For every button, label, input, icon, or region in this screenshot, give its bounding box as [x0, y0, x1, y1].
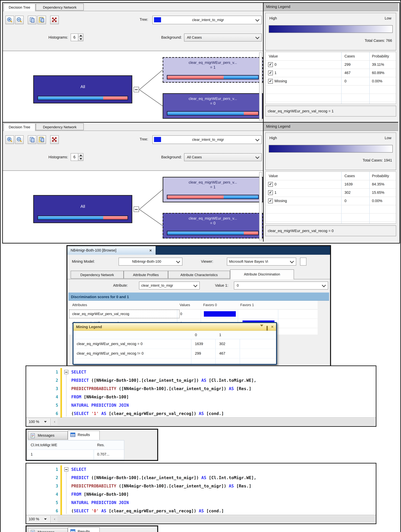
- tab-dependency-network[interactable]: Dependency Network: [36, 4, 84, 11]
- popup-row-1[interactable]: clear_eq_migrWEur_pers_val_recog != 0 29…: [73, 348, 276, 358]
- tree-canvas: All clear_eq_migrWEur_pers_v... = 1 clea…: [3, 51, 263, 122]
- copy-graph-button[interactable]: [28, 16, 36, 24]
- zoom-dropdown-icon[interactable]: [44, 518, 47, 520]
- refresh-button-clipped[interactable]: [300, 258, 306, 266]
- zoom-in-button[interactable]: [6, 135, 14, 144]
- legend-row-1[interactable]: ✓ 1 302 15.65%: [265, 188, 396, 197]
- col-value: Value: [269, 52, 278, 60]
- zoom-in-button[interactable]: [6, 16, 14, 24]
- tree-node-all[interactable]: All: [33, 195, 132, 223]
- value-label: 1: [274, 188, 277, 197]
- background-dropdown[interactable]: All Cases: [184, 153, 262, 161]
- zoom-dropdown-icon[interactable]: [44, 421, 47, 423]
- value1-value: 0: [237, 282, 239, 289]
- tab-messages[interactable]: Messages: [28, 528, 68, 532]
- histogram-segment-blue: [168, 231, 244, 234]
- scroll-left-icon[interactable]: ‹: [52, 516, 58, 523]
- tab-results[interactable]: Results: [68, 527, 100, 532]
- legend-row-missing[interactable]: ✓ Missing 0 0.00%: [265, 77, 396, 86]
- attribute-dropdown[interactable]: clear_intent_to_migr: [139, 282, 200, 290]
- close-icon[interactable]: ×: [149, 246, 152, 255]
- dmx-query-editor-2[interactable]: 1SELECT2PREDICT ([NN4migr-Both-100].[cle…: [26, 463, 376, 524]
- zoom-out-button[interactable]: [15, 16, 24, 24]
- node-collapse-toggle[interactable]: [134, 87, 139, 92]
- legend-row-1[interactable]: ✓ 1 467 60.89%: [265, 69, 396, 77]
- sql-code-line: 6(SELECT '1' AS [clear_eq_migrWEur_pers_…: [26, 410, 375, 418]
- copy-graph-button[interactable]: [28, 135, 36, 144]
- legend-row-0[interactable]: ✓ 0 299 39.11%: [265, 60, 396, 69]
- legend-row-missing[interactable]: ✓ Missing 0 0.00%: [265, 197, 396, 205]
- probability-value: 84.35%: [372, 180, 384, 188]
- popup-title-bar[interactable]: Mining Legend ×: [73, 323, 276, 331]
- histogram-segment-red: [244, 231, 258, 234]
- tab-decision-tree[interactable]: Decision Tree: [4, 123, 35, 131]
- checkbox-checked[interactable]: ✓: [268, 79, 273, 84]
- results-data-row[interactable]: 1 0.707...: [27, 450, 124, 459]
- popup-row-0[interactable]: clear_eq_migrWEur_pers_val_recog = 0 163…: [73, 339, 276, 349]
- arrow-down-icon: [80, 158, 82, 160]
- tree-node-eq-1[interactable]: clear_eq_migrWEur_pers_v... = 1: [163, 177, 263, 202]
- tab-decision-tree[interactable]: Decision Tree: [4, 4, 35, 11]
- stepper-down-button[interactable]: [78, 157, 83, 161]
- tree-node-eq-0[interactable]: clear_eq_migrWEur_pers_v... = 0: [163, 213, 263, 238]
- histograms-stepper[interactable]: 6: [71, 33, 83, 41]
- checkbox-checked[interactable]: ✓: [268, 190, 273, 195]
- value1-dropdown[interactable]: 0: [234, 282, 328, 290]
- checkbox-checked[interactable]: ✓: [268, 182, 273, 187]
- checkbox-checked[interactable]: ✓: [268, 62, 273, 67]
- tree-node-eq-1[interactable]: clear_eq_migrWEur_pers_v... = 1: [163, 57, 263, 83]
- legend-low-label: Low: [385, 136, 391, 140]
- row-label: clear_eq_migrWEur_pers_val_recog != 0: [77, 348, 143, 358]
- histograms-stepper[interactable]: 6: [71, 153, 83, 161]
- sql-code-line: 2PREDICT ([NN4migr-Both-100].[clear_inte…: [26, 474, 375, 482]
- viewer-dropdown[interactable]: Microsoft Naive Bayes Vi: [227, 258, 296, 266]
- stepper-up-button[interactable]: [78, 153, 83, 157]
- horizontal-scrollbar[interactable]: ‹: [52, 516, 375, 523]
- discrimination-row-0[interactable]: clear_eq_migrWEur_pers_val_recog 0: [68, 309, 318, 319]
- editor-status-strip: 100 % ‹: [26, 515, 376, 524]
- tree-toolbar: Tree: clear_intent_to_migr Histograms: 6…: [3, 131, 263, 171]
- result-value-2: 0.707...: [97, 450, 109, 459]
- legend-gradient-box: High Low Total Cases: 766: [265, 13, 396, 51]
- tree-dropdown[interactable]: clear_intent_to_migr: [152, 16, 262, 24]
- legend-high-label: High: [269, 16, 277, 20]
- tree-node-eq-0[interactable]: clear_eq_migrWEur_pers_v... = 0: [163, 93, 263, 119]
- histograms-label: Histograms:: [41, 35, 68, 39]
- stepper-up-button[interactable]: [78, 34, 83, 37]
- decision-tree-panel-2: Decision Tree Dependency Network Tree: c…: [3, 123, 398, 242]
- background-dropdown[interactable]: All Cases: [184, 33, 262, 42]
- tab-messages[interactable]: Messages: [28, 431, 68, 440]
- tree-dropdown[interactable]: clear_intent_to_migr: [152, 135, 262, 144]
- copy-all-button[interactable]: [37, 135, 46, 144]
- stepper-down-button[interactable]: [78, 37, 83, 41]
- copy-all-button[interactable]: [37, 16, 46, 24]
- tab-dependency-network[interactable]: Dependency Network: [71, 271, 124, 279]
- mining-model-dropdown[interactable]: NB4migr-Both-100: [118, 258, 182, 266]
- size-to-fit-button[interactable]: [50, 135, 59, 144]
- dmx-query-editor-1[interactable]: 1SELECT2PREDICT ([NN4migr-Both-100].[cle…: [26, 366, 376, 427]
- tree-label: Tree:: [140, 18, 148, 21]
- tree-node-all[interactable]: All: [33, 75, 132, 103]
- tab-attribute-characteristics[interactable]: Attribute Characteristics: [168, 271, 230, 279]
- mining-legend-title: Mining Legend: [264, 123, 398, 131]
- tab-attribute-profiles[interactable]: Attribute Profiles: [124, 271, 168, 279]
- legend-row-0[interactable]: ✓ 0 1639 84.35%: [265, 180, 396, 189]
- col-cases: Cases: [344, 52, 355, 60]
- zoom-out-button[interactable]: [15, 135, 24, 144]
- popup-close-button[interactable]: ×: [271, 325, 273, 329]
- node-histogram: [37, 96, 128, 100]
- scroll-left-icon[interactable]: ‹: [52, 418, 58, 425]
- horizontal-scrollbar[interactable]: ‹: [52, 418, 375, 425]
- checkbox-checked[interactable]: ✓: [268, 70, 273, 75]
- node-histogram: [167, 111, 259, 115]
- checkbox-checked[interactable]: ✓: [268, 199, 273, 203]
- tab-dependency-network[interactable]: Dependency Network: [36, 123, 84, 130]
- vertical-scrollbar[interactable]: [259, 172, 262, 240]
- document-tab-browse[interactable]: NB4migr-Both-100 [Browse] ×: [67, 246, 156, 255]
- size-to-fit-button[interactable]: [50, 16, 59, 24]
- tab-results[interactable]: Results: [68, 431, 100, 440]
- vertical-scrollbar[interactable]: [259, 52, 262, 121]
- tab-attribute-discrimination[interactable]: Attribute Discrimination: [230, 269, 294, 279]
- histogram-segment-red: [103, 216, 128, 219]
- node-collapse-toggle[interactable]: [134, 207, 139, 212]
